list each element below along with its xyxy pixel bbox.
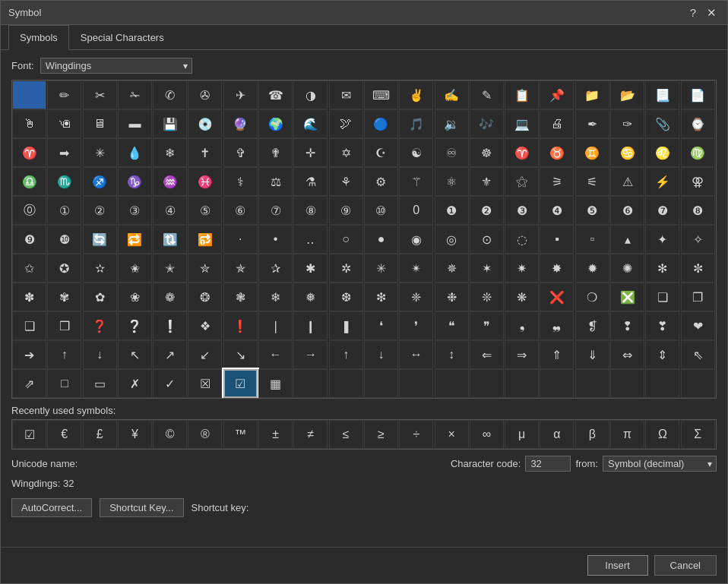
symbol-cell[interactable]: ✛ <box>293 138 328 167</box>
recent-symbol-cell[interactable]: £ <box>83 420 117 449</box>
symbol-cell[interactable]: 💧 <box>118 138 152 167</box>
symbol-cell[interactable]: ‥ <box>293 225 328 254</box>
symbol-cell[interactable] <box>505 369 539 398</box>
symbol-cell[interactable]: ☸ <box>470 138 504 167</box>
symbol-cell[interactable]: ✉ <box>329 80 363 109</box>
symbol-cell[interactable]: ↖ <box>118 340 152 369</box>
recent-symbol-cell[interactable]: μ <box>505 420 539 449</box>
symbol-cell[interactable]: ❐ <box>681 283 715 311</box>
symbol-cell[interactable]: ⑥ <box>223 196 258 225</box>
symbol-cell[interactable]: ❞ <box>470 311 504 340</box>
recent-symbol-cell[interactable]: ® <box>188 420 222 449</box>
symbol-cell[interactable]: ❤ <box>681 311 715 340</box>
symbol-cell[interactable]: ⇒ <box>505 340 539 369</box>
symbol-cell[interactable]: ✗ <box>118 369 152 398</box>
symbol-cell[interactable]: ⑤ <box>188 196 222 225</box>
symbol-cell[interactable]: ☯ <box>399 138 433 167</box>
symbol-cell[interactable]: ❣ <box>645 311 679 340</box>
symbol-cell[interactable] <box>681 369 715 398</box>
symbol-cell[interactable]: ⓪ <box>12 196 46 225</box>
recent-symbol-cell[interactable]: Ω <box>645 420 679 449</box>
symbol-cell[interactable]: ⚝ <box>505 167 539 196</box>
symbol-cell[interactable]: ③ <box>118 196 152 225</box>
symbol-cell[interactable]: ✽ <box>12 283 46 311</box>
symbol-cell[interactable]: ⚗ <box>293 167 328 196</box>
symbol-cell[interactable]: ❁ <box>153 283 187 311</box>
symbol-cell[interactable]: ⚕ <box>223 167 258 196</box>
symbol-cell[interactable] <box>610 369 644 398</box>
symbol-cell[interactable]: ➔ <box>12 340 46 369</box>
symbol-cell[interactable]: ♍ <box>681 138 715 167</box>
symbol-cell[interactable]: ❀ <box>118 283 152 311</box>
symbol-cell[interactable]: • <box>258 225 293 254</box>
recent-symbol-cell[interactable]: Σ <box>681 420 715 449</box>
symbol-cell[interactable]: ✒ <box>575 109 609 138</box>
symbol-cell[interactable]: ✰ <box>258 254 293 283</box>
symbol-cell[interactable]: 🔂 <box>188 225 222 254</box>
symbol-cell[interactable]: ❺ <box>575 196 609 225</box>
char-code-input[interactable] <box>525 456 571 472</box>
symbol-cell[interactable]: ◉ <box>399 225 433 254</box>
symbol-cell[interactable]: ❆ <box>329 283 363 311</box>
symbol-cell[interactable]: ⇖ <box>681 340 715 369</box>
symbol-cell[interactable]: ✮ <box>188 254 222 283</box>
symbol-cell[interactable]: ➡ <box>47 138 81 167</box>
symbol-cell[interactable]: ✦ <box>645 225 679 254</box>
symbol-cell[interactable]: ◎ <box>435 225 469 254</box>
recent-symbol-cell[interactable]: € <box>47 420 81 449</box>
symbol-cell[interactable] <box>645 369 679 398</box>
symbol-cell[interactable]: ⚞ <box>540 167 574 196</box>
symbol-cell[interactable]: ↑ <box>329 340 363 369</box>
symbol-cell[interactable]: ⇕ <box>645 340 679 369</box>
symbol-cell[interactable] <box>293 369 328 398</box>
symbol-cell[interactable]: ❻ <box>610 196 644 225</box>
symbol-cell[interactable]: 📌 <box>540 80 574 109</box>
symbol-cell[interactable]: ❇ <box>364 283 398 311</box>
cancel-button[interactable]: Cancel <box>654 555 717 576</box>
symbol-cell[interactable]: ❈ <box>399 283 433 311</box>
symbol-cell[interactable]: ♈ <box>12 138 46 167</box>
symbol-cell[interactable]: 📁 <box>575 80 609 109</box>
symbol-cell[interactable]: ⚙ <box>364 167 398 196</box>
symbol-cell[interactable]: ✑ <box>610 109 644 138</box>
symbol-cell[interactable]: ❷ <box>470 196 504 225</box>
symbol-cell[interactable]: ✓ <box>153 369 187 398</box>
symbol-cell[interactable]: ❄ <box>153 138 187 167</box>
symbol-cell[interactable]: ♎ <box>12 167 46 196</box>
symbol-cell[interactable]: ❃ <box>223 283 258 311</box>
symbol-cell[interactable]: ⚢ <box>681 167 715 196</box>
symbol-cell[interactable]: ⚡ <box>645 167 679 196</box>
symbol-cell[interactable]: ❚ <box>329 311 363 340</box>
symbol-cell[interactable]: ✯ <box>223 254 258 283</box>
symbol-cell[interactable]: ② <box>83 196 117 225</box>
symbol-cell[interactable]: ❝ <box>435 311 469 340</box>
symbol-cell[interactable]: 🎵 <box>399 109 433 138</box>
symbol-cell[interactable]: ❟ <box>505 311 539 340</box>
symbol-cell[interactable]: ❅ <box>293 283 328 311</box>
symbol-cell[interactable]: ♏ <box>47 167 81 196</box>
symbol-cell[interactable]: ← <box>258 340 293 369</box>
symbol-cell[interactable]: ▴ <box>610 225 644 254</box>
recent-symbol-cell[interactable]: ™ <box>223 420 258 449</box>
symbol-cell[interactable]: ♊ <box>575 138 609 167</box>
symbol-cell[interactable]: ✭ <box>153 254 187 283</box>
symbol-cell[interactable]: ♉ <box>540 138 574 167</box>
symbol-cell[interactable]: ✂ <box>83 80 117 109</box>
symbol-cell[interactable]: ④ <box>153 196 187 225</box>
symbol-cell[interactable]: ❘ <box>258 311 293 340</box>
symbol-cell[interactable]: ✷ <box>505 254 539 283</box>
symbol-cell[interactable]: ✪ <box>47 254 81 283</box>
symbol-cell[interactable]: 🖱 <box>12 109 46 138</box>
symbol-cell[interactable]: ✝ <box>188 138 222 167</box>
symbol-cell[interactable]: ⚘ <box>329 167 363 196</box>
symbol-cell[interactable]: 🖥 <box>83 109 117 138</box>
symbol-cell[interactable]: ✁ <box>118 80 152 109</box>
recent-symbol-cell[interactable]: ☑ <box>12 420 46 449</box>
symbol-cell[interactable]: ✍ <box>435 80 469 109</box>
symbol-cell[interactable]: ✲ <box>329 254 363 283</box>
symbol-cell[interactable]: ♓ <box>188 167 222 196</box>
symbol-cell[interactable]: ⇗ <box>12 369 46 398</box>
symbol-cell[interactable]: 🔁 <box>118 225 152 254</box>
symbol-cell[interactable] <box>575 369 609 398</box>
symbol-cell[interactable]: ⑩ <box>364 196 398 225</box>
